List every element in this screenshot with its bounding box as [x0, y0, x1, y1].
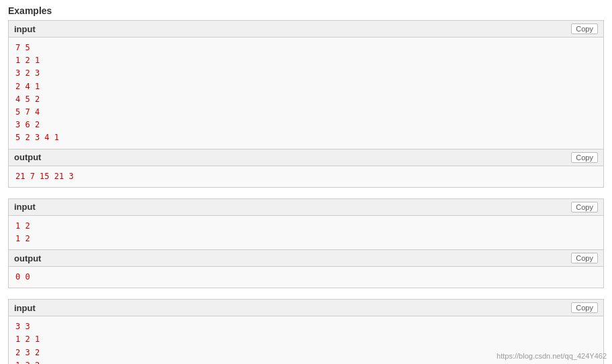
input-copy-button-3[interactable]: Copy: [571, 302, 598, 313]
watermark: https://blog.csdn.net/qq_424Y462: [497, 352, 607, 360]
input-header-1: inputCopy: [9, 21, 603, 38]
input-content-1: 7 5 1 2 1 3 2 3 2 4 1 4 5 2 5 7 4 3 6 2 …: [9, 38, 603, 149]
output-label-1: output: [14, 152, 41, 162]
output-header-1: outputCopy: [9, 149, 603, 166]
output-content-1: 21 7 15 21 3: [9, 166, 603, 187]
input-header-3: inputCopy: [9, 300, 603, 316]
output-header-2: outputCopy: [9, 249, 603, 267]
output-copy-button-1[interactable]: Copy: [571, 152, 598, 163]
section-title: Examples: [8, 5, 604, 16]
input-header-2: inputCopy: [9, 199, 603, 216]
output-label-2: output: [14, 253, 41, 263]
input-label-3: input: [14, 303, 36, 313]
output-copy-button-2[interactable]: Copy: [571, 253, 598, 263]
input-label-1: input: [14, 24, 36, 34]
input-label-2: input: [14, 202, 36, 212]
output-content-2: 0 0: [9, 267, 603, 288]
input-content-2: 1 2 1 2: [9, 216, 603, 249]
example-block-2: inputCopy1 2 1 2outputCopy0 0: [8, 198, 604, 289]
input-copy-button-1[interactable]: Copy: [571, 23, 598, 34]
example-block-1: inputCopy7 5 1 2 1 3 2 3 2 4 1 4 5 2 5 7…: [8, 20, 604, 188]
input-copy-button-2[interactable]: Copy: [571, 202, 598, 213]
